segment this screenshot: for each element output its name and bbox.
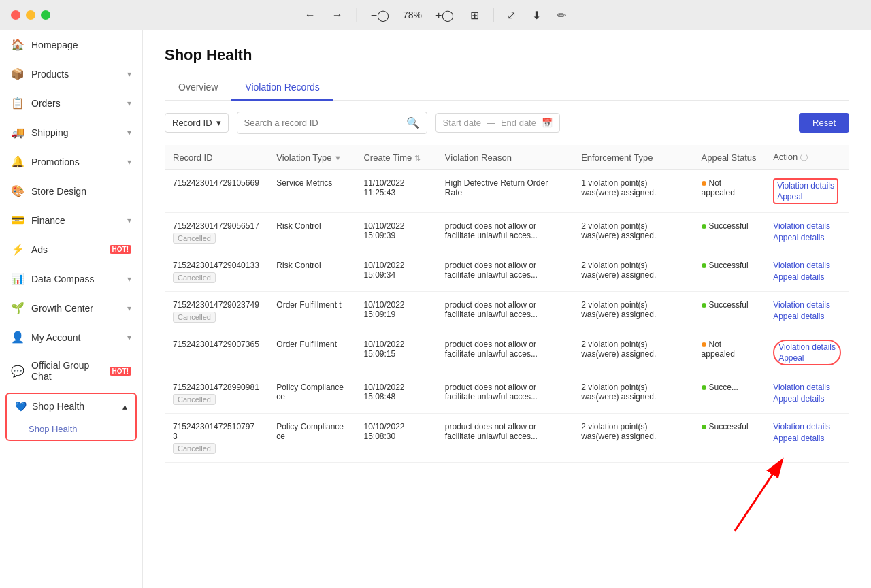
sidebar-item-data-compass[interactable]: 📊 Data Compass ▾: [0, 264, 142, 293]
nav-forward-button[interactable]: →: [329, 6, 346, 24]
sidebar-item-label: My Account: [31, 332, 120, 343]
col-enforcement-type: Enforcement Type: [573, 145, 693, 170]
cell-enforcement-type: 2 violation point(s) was(were) assigned.: [573, 252, 693, 292]
sidebar-item-shipping[interactable]: 🚚 Shipping ▾: [0, 118, 142, 147]
sidebar-sub-shop-health[interactable]: Shop Health: [7, 419, 135, 440]
action-link-1[interactable]: Appeal details: [773, 394, 841, 404]
cell-enforcement-type: 1 violation point(s) was(were) assigned.: [573, 170, 693, 213]
minimize-button[interactable]: [26, 10, 35, 20]
sidebar-item-my-account[interactable]: 👤 My Account ▾: [0, 323, 142, 352]
growth-center-icon: 🌱: [11, 301, 24, 314]
sidebar-item-label: Homepage: [31, 39, 131, 50]
rotate-button[interactable]: ⤢: [504, 6, 519, 24]
cell-appeal-status: Successful: [693, 292, 766, 331]
cell-violation-reason: product does not allow or facilitate unl…: [437, 331, 573, 374]
filter-bar: Record ID ▾ 🔍 Start date — End date 📅 Re…: [143, 101, 871, 145]
action-links: Violation detailsAppeal details: [773, 261, 841, 282]
finance-icon: 💳: [11, 214, 24, 227]
sidebar-item-store-design[interactable]: 🎨 Store Design: [0, 176, 142, 206]
col-action: Action ⓘ: [765, 145, 849, 170]
cell-record-id: 7152423014728990981Cancelled: [165, 374, 268, 414]
date-range-picker[interactable]: Start date — End date 📅: [436, 113, 560, 133]
action-link-1[interactable]: Appeal details: [773, 434, 841, 443]
cell-record-id: 7152423014729056517Cancelled: [165, 213, 268, 252]
cell-enforcement-type: 2 violation point(s) was(were) assigned.: [573, 331, 693, 374]
zoom-out-button[interactable]: −◯: [368, 6, 392, 24]
sidebar-item-growth-center[interactable]: 🌱 Growth Center ▾: [0, 293, 142, 323]
search-input[interactable]: [244, 118, 402, 128]
action-link-1[interactable]: Appeal details: [773, 312, 841, 321]
cell-violation-type: Service Metrics: [268, 170, 355, 213]
action-link-0[interactable]: Violation details: [773, 261, 841, 270]
zoom-in-button[interactable]: +◯: [433, 6, 457, 24]
record-id-label: Record ID: [172, 118, 212, 128]
tab-violation-records[interactable]: Violation Records: [231, 75, 333, 101]
record-id-value: 7152423014729040133: [173, 261, 260, 270]
sidebar-item-orders[interactable]: 📋 Orders ▾: [0, 88, 142, 118]
sidebar-item-finance[interactable]: 💳 Finance ▾: [0, 206, 142, 235]
action-link-1[interactable]: Appeal details: [773, 233, 841, 242]
nav-back-button[interactable]: ←: [302, 6, 318, 24]
chevron-down-icon: ▾: [127, 128, 131, 137]
action-link-0[interactable]: Violation details: [773, 382, 841, 392]
chevron-down-icon: ▾: [127, 216, 131, 225]
action-link-1[interactable]: Appeal: [778, 353, 836, 363]
page-header: Shop Health Overview Violation Records: [143, 30, 871, 101]
cell-action: Violation detailsAppeal details: [765, 414, 849, 463]
cell-appeal-status: Not appealed: [693, 331, 766, 374]
cell-violation-type: Risk Control: [268, 252, 355, 292]
maximize-button[interactable]: [41, 10, 50, 20]
cell-create-time: 10/10/2022 15:09:19: [355, 292, 436, 331]
action-link-1[interactable]: Appeal details: [773, 272, 841, 282]
record-id-value: 7152423014729105669: [173, 178, 260, 188]
cell-appeal-status: Successful: [693, 213, 766, 252]
sidebar-item-ads[interactable]: ⚡ Ads HOT!: [0, 235, 142, 264]
chevron-down-icon: ▾: [216, 118, 221, 128]
action-link-1[interactable]: Appeal: [777, 192, 834, 201]
cell-appeal-status: Not appealed: [693, 170, 766, 213]
sidebar-item-label: Data Compass: [31, 274, 120, 284]
action-link-0[interactable]: Violation details: [778, 342, 836, 352]
tab-overview[interactable]: Overview: [165, 75, 231, 101]
chevron-down-icon: ▾: [127, 157, 131, 167]
action-link-0[interactable]: Violation details: [773, 422, 841, 431]
cell-action: Violation detailsAppeal: [765, 170, 849, 213]
cancelled-tag: Cancelled: [173, 272, 216, 283]
divider2: [493, 8, 493, 22]
sidebar-item-promotions[interactable]: 🔔 Promotions ▾: [0, 147, 142, 176]
calendar-icon: 📅: [542, 118, 553, 128]
cell-violation-reason: product does not allow or facilitate unl…: [437, 374, 573, 414]
cell-action: Violation detailsAppeal details: [765, 292, 849, 331]
record-id-select[interactable]: Record ID ▾: [165, 113, 229, 133]
hot-badge: HOT!: [110, 245, 131, 254]
record-id-value: 7152423014729023749: [173, 300, 260, 310]
cancelled-tag: Cancelled: [173, 312, 216, 323]
action-link-0[interactable]: Violation details: [777, 181, 834, 191]
start-date-label: Start date: [443, 118, 481, 128]
cell-violation-reason: product does not allow or facilitate unl…: [437, 292, 573, 331]
cell-appeal-status: Successful: [693, 252, 766, 292]
sidebar-item-homepage[interactable]: 🏠 Homepage: [0, 30, 142, 59]
reset-button[interactable]: Reset: [799, 113, 849, 133]
promotions-icon: 🔔: [11, 155, 24, 168]
cancelled-tag: Cancelled: [173, 233, 216, 244]
cell-action: Violation detailsAppeal details: [765, 374, 849, 414]
cell-violation-type: Order Fulfillment: [268, 331, 355, 374]
sidebar-item-label: Orders: [31, 98, 120, 109]
close-button[interactable]: [11, 10, 20, 20]
col-create-time: Create Time ⇅: [355, 145, 436, 170]
status-dot: [702, 181, 706, 186]
fit-page-button[interactable]: ⊞: [467, 6, 482, 24]
edit-button[interactable]: ✏: [555, 6, 569, 24]
col-violation-type: Violation Type ▼: [268, 145, 355, 170]
table-row: 7152423014729023749CancelledOrder Fulfil…: [165, 292, 849, 331]
data-compass-icon: 📊: [11, 272, 24, 285]
action-link-0[interactable]: Violation details: [773, 221, 841, 231]
sidebar-shop-health-header[interactable]: 💙 Shop Health ▴: [7, 394, 135, 419]
sidebar-item-official-group[interactable]: 💬 Official Group Chat HOT!: [0, 352, 142, 390]
sidebar-shop-health-section: 💙 Shop Health ▴ Shop Health: [5, 393, 137, 441]
action-link-0[interactable]: Violation details: [773, 300, 841, 310]
download-button[interactable]: ⬇: [529, 6, 544, 24]
action-links: Violation detailsAppeal details: [773, 382, 841, 404]
sidebar-item-products[interactable]: 📦 Products ▾: [0, 59, 142, 88]
